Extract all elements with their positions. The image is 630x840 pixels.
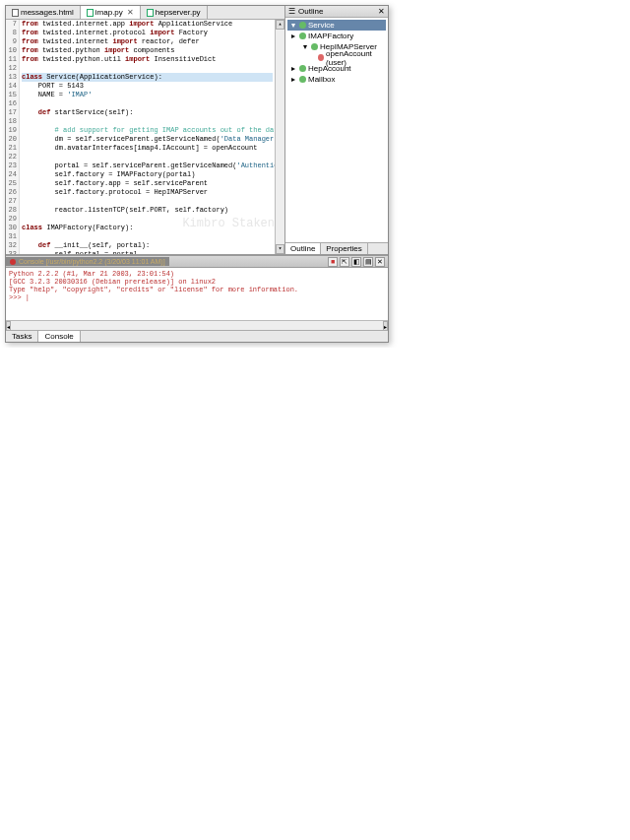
editor-tab[interactable]: hepserver.py: [141, 6, 208, 19]
outline-title: Outline: [298, 7, 323, 16]
editor-pane: messages.htmlimap.py✕hepserver.py 789101…: [6, 6, 285, 254]
console-toolbar-button[interactable]: ◧: [351, 257, 361, 267]
console-hscroll[interactable]: ◂ ▸: [6, 320, 388, 330]
class-icon: [311, 43, 318, 50]
outline-pane: ☰ Outline ✕ ▾Service▸IMAPFactory▾HepIMAP…: [285, 6, 388, 254]
outline-node[interactable]: openAccount (user): [307, 52, 386, 63]
close-icon[interactable]: ✕: [378, 7, 385, 16]
close-icon[interactable]: ✕: [127, 8, 134, 17]
file-icon: [87, 9, 94, 17]
terminate-button[interactable]: ■: [328, 257, 338, 267]
console-toolbar-button[interactable]: ✕: [375, 257, 385, 267]
console-output[interactable]: Python 2.2.2 (#1, Mar 21 2003, 23:01:54)…: [6, 268, 388, 320]
outline-tab[interactable]: Outline: [285, 243, 321, 254]
scroll-up-icon[interactable]: ▴: [276, 20, 284, 30]
outline-node-label: IMAPFactory: [308, 32, 353, 40]
editor-tabbar: messages.htmlimap.py✕hepserver.py: [6, 6, 284, 20]
ide-window: messages.htmlimap.py✕hepserver.py 789101…: [5, 5, 389, 343]
code-lines[interactable]: from twisted.internet.app import Applica…: [20, 20, 275, 254]
console-toolbar: ■⇱◧▤✕: [325, 257, 388, 267]
code-area[interactable]: 7891011121314151617181920212223242526272…: [6, 20, 284, 254]
bottom-tab[interactable]: Tasks: [6, 331, 38, 342]
outline-node[interactable]: ▸Mailbox: [287, 74, 386, 85]
class-icon: [299, 76, 306, 83]
class-icon: [299, 22, 306, 29]
tab-label: imap.py: [95, 8, 123, 17]
twisty-icon[interactable]: ▾: [289, 21, 297, 30]
console-line: >>> |: [9, 293, 385, 301]
bottom-tabbar: TasksConsole: [6, 330, 388, 342]
twisty-icon[interactable]: ▸: [289, 64, 297, 73]
running-indicator-icon: [10, 259, 16, 265]
outline-icon: ☰: [288, 7, 295, 16]
method-icon: [318, 54, 324, 61]
editor-tab[interactable]: messages.html: [6, 6, 81, 19]
console-toolbar-button[interactable]: ▤: [363, 257, 373, 267]
class-icon: [299, 65, 306, 72]
editor-tab[interactable]: imap.py✕: [81, 6, 141, 19]
console-toolbar-button[interactable]: ⇱: [340, 257, 349, 267]
outline-node-label: Mailbox: [308, 75, 336, 84]
line-gutter: 7891011121314151617181920212223242526272…: [6, 20, 20, 254]
scroll-down-icon[interactable]: ▾: [276, 244, 284, 254]
class-icon: [299, 32, 306, 39]
outline-header: ☰ Outline ✕: [285, 6, 388, 18]
twisty-icon[interactable]: ▾: [301, 42, 309, 51]
twisty-icon[interactable]: ▸: [289, 75, 297, 84]
file-icon: [147, 9, 154, 17]
tab-label: hepserver.py: [156, 8, 201, 17]
twisty-icon[interactable]: ▸: [289, 32, 297, 40]
console-line: Python 2.2.2 (#1, Mar 21 2003, 23:01:54): [9, 270, 385, 278]
editor-vscroll[interactable]: ▴ ▾: [275, 20, 284, 254]
file-icon: [12, 9, 19, 17]
outline-tree[interactable]: ▾Service▸IMAPFactory▾HepIMAPServeropenAc…: [285, 18, 388, 242]
outline-node[interactable]: ▸IMAPFactory: [287, 31, 386, 41]
bottom-pane: Console [/usr/bin/python2.2 (3/20/03 11:…: [6, 255, 388, 342]
console-title: Console [/usr/bin/python2.2 (3/20/03 11:…: [19, 258, 165, 265]
outline-node-label: Service: [308, 21, 335, 30]
outline-node-label: HepAccount: [308, 64, 351, 73]
console-line: [GCC 3.2.3 20030316 (Debian prerelease)]…: [9, 278, 385, 286]
outline-node[interactable]: ▾Service: [287, 20, 386, 31]
tab-label: messages.html: [21, 8, 74, 17]
console-title-area: Console [/usr/bin/python2.2 (3/20/03 11:…: [6, 257, 169, 266]
outline-tabbar: OutlineProperties: [285, 242, 388, 254]
bottom-tab[interactable]: Console: [38, 331, 80, 342]
top-split: messages.htmlimap.py✕hepserver.py 789101…: [6, 6, 388, 255]
console-header: Console [/usr/bin/python2.2 (3/20/03 11:…: [6, 256, 388, 268]
console-line: Type "help", "copyright", "credits" or "…: [9, 286, 385, 293]
outline-tab[interactable]: Properties: [321, 243, 367, 254]
